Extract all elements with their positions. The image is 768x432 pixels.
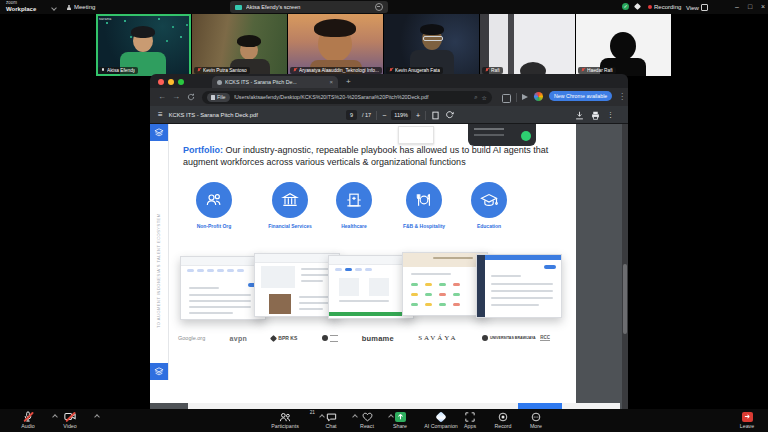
search-icon[interactable]: ⌕: [474, 94, 477, 101]
pdf-scrollbar-thumb[interactable]: [623, 264, 627, 334]
new-tab-button[interactable]: +: [346, 77, 351, 87]
logo-avpn: avpn: [230, 335, 248, 342]
security-shield-icon[interactable]: ✓: [622, 3, 629, 10]
record-icon: [498, 412, 508, 422]
zoom-in-icon[interactable]: +: [416, 112, 420, 119]
back-icon[interactable]: ←: [158, 92, 166, 102]
avatar: [420, 24, 444, 35]
maximize-button[interactable]: □: [748, 2, 752, 12]
mac-minimize-button[interactable]: [168, 79, 174, 85]
tab-close-icon[interactable]: ×: [329, 79, 333, 85]
tab-shared-screen[interactable]: Aktsa Efendy's screen: [230, 1, 388, 13]
mic-on-icon: [101, 68, 105, 73]
participant-name-pill: Aktsa Efendy: [98, 67, 138, 74]
profile-avatar[interactable]: [534, 92, 543, 101]
pdf-more-icon[interactable]: ⋮: [607, 111, 614, 119]
bookmark-star-icon[interactable]: ☆: [482, 94, 487, 101]
toolbar-divider: [516, 93, 517, 102]
logo-unreadable-bank: [322, 335, 338, 342]
view-button[interactable]: View: [686, 4, 708, 11]
close-button[interactable]: ×: [761, 2, 765, 12]
share-button[interactable]: Share: [384, 411, 416, 429]
category-label: Financial Services: [257, 223, 323, 229]
participant-name: Aryasatya Alaauddin_Teknologi Info...: [299, 68, 379, 73]
print-icon[interactable]: [591, 111, 600, 120]
avatar: [131, 26, 155, 38]
participant-video-5[interactable]: Rafi: [480, 14, 575, 76]
mic-muted-icon: [197, 68, 201, 73]
participants-button[interactable]: 21 Participants: [262, 411, 308, 429]
mic-muted-icon: [581, 68, 585, 73]
apps-button[interactable]: Apps: [455, 411, 485, 429]
participant-video-4[interactable]: Kevin Anugerah Fata: [384, 14, 479, 76]
file-scheme-chip: File: [207, 93, 230, 102]
constellation-decoration: [106, 22, 108, 24]
whatsapp-green-button: [521, 131, 531, 141]
logo-bumame: bumame: [362, 334, 394, 343]
more-button[interactable]: More: [521, 411, 551, 429]
ai-sparkle-icon[interactable]: [634, 3, 641, 10]
url-text[interactable]: /Users/aktsaefendy/Desktop/KCKS%20ITS%20…: [234, 94, 471, 100]
shared-screen-title: Aktsa Efendy's screen: [246, 4, 371, 10]
chrome-menu-icon[interactable]: ⋮: [618, 92, 626, 102]
audio-button[interactable]: Audio: [10, 411, 46, 429]
participant-video-2[interactable]: Kevin Putra Santoso: [192, 14, 287, 76]
company-logo: [150, 363, 168, 380]
app-name-workplace: Workplace: [6, 6, 36, 12]
video-menu-caret[interactable]: [94, 414, 100, 420]
address-bar[interactable]: File /Users/aktsaefendy/Desktop/KCKS%20I…: [202, 91, 492, 104]
fit-page-icon[interactable]: [431, 111, 440, 120]
tab-meeting[interactable]: Meeting: [66, 4, 95, 10]
leave-button[interactable]: Leave: [732, 411, 762, 429]
close-shared-screen-icon[interactable]: [375, 3, 383, 11]
participant-name-pill: Kevin Putra Santoso: [194, 67, 250, 74]
logo-rcc: RCC: [540, 335, 550, 341]
pdf-menu-icon[interactable]: ≡: [158, 110, 163, 119]
bank-icon: [272, 182, 308, 218]
leave-icon: [742, 412, 753, 422]
category-nonprofit: Non-Profit Org: [181, 182, 247, 229]
reload-icon[interactable]: [187, 93, 195, 101]
pdf-viewport[interactable]: TO AUGMENT INDONESIA'S TALENT ECOSYSTEM …: [150, 124, 628, 409]
participant-video-3[interactable]: Aryasatya Alaauddin_Teknologi Info...: [288, 14, 383, 76]
react-button[interactable]: React: [352, 411, 382, 429]
logo-savaya: SAVÁYA: [418, 334, 458, 342]
send-tab-icon[interactable]: [522, 94, 528, 100]
glasses: [423, 36, 443, 41]
download-icon[interactable]: [575, 111, 584, 120]
file-icon: [211, 95, 215, 100]
participant-name: Aktsa Efendy: [107, 68, 135, 73]
page-total: / 17: [362, 112, 371, 118]
minimize-button[interactable]: –: [735, 2, 739, 12]
zoom-control-bar: Audio Video 21 Participants Chat React: [0, 409, 768, 432]
zoom-out-icon[interactable]: −: [382, 112, 386, 119]
new-chrome-button[interactable]: New Chrome available: [549, 91, 612, 101]
chat-button[interactable]: Chat: [316, 411, 346, 429]
react-label: React: [352, 423, 382, 429]
mac-zoom-button[interactable]: [178, 79, 184, 85]
participant-video-6[interactable]: Haedar Rafi: [576, 14, 671, 76]
participant-name-pill: Aryasatya Alaauddin_Teknologi Info...: [290, 67, 382, 74]
participant-name-pill: Haedar Rafi: [578, 67, 616, 74]
participant-video-1[interactable]: sarana Aktsa Efendy: [96, 14, 191, 76]
leave-label: Leave: [732, 423, 762, 429]
video-label: Video: [52, 423, 88, 429]
participants-count-badge: 21: [310, 410, 315, 415]
browser-tab[interactable]: KCKS ITS - Sarana Pitch De... ×: [212, 76, 338, 88]
view-label: View: [686, 5, 699, 11]
rotate-icon[interactable]: [445, 111, 454, 120]
record-button[interactable]: Record: [487, 411, 519, 429]
video-watermark: sarana: [99, 17, 112, 21]
recording-dot-icon: [648, 5, 652, 9]
participant-name: Kevin Putra Santoso: [203, 68, 247, 73]
zoom-level[interactable]: 119%: [391, 110, 411, 120]
chevron-down-icon[interactable]: [51, 5, 57, 11]
forward-icon[interactable]: →: [172, 92, 180, 102]
hospital-icon: [336, 182, 372, 218]
page-number-input[interactable]: 9: [346, 110, 357, 120]
mac-close-button[interactable]: [158, 79, 164, 85]
dining-icon: [406, 182, 442, 218]
extensions-icon[interactable]: [502, 94, 511, 103]
category-label: Education: [456, 223, 522, 229]
video-button[interactable]: Video: [52, 411, 88, 429]
